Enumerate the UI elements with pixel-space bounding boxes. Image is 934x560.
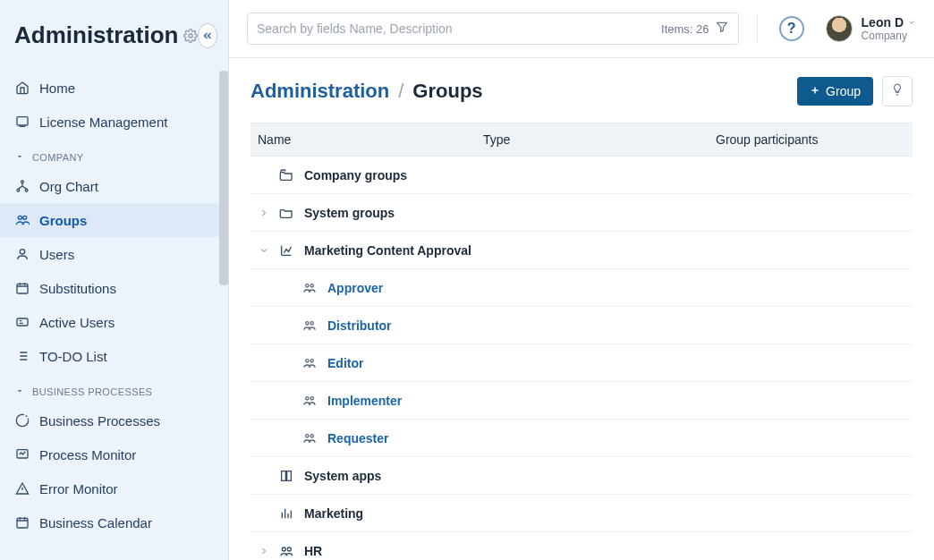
- monitor-icon: [14, 446, 30, 462]
- sidebar-item-orgchart[interactable]: Org Chart: [0, 169, 228, 203]
- tree-row-role-editor[interactable]: Editor: [250, 344, 913, 382]
- sidebar-item-license[interactable]: License Management: [0, 105, 228, 139]
- svg-point-4: [25, 189, 28, 191]
- tree-row-system-groups[interactable]: System groups: [250, 194, 913, 232]
- tree-row-company-groups[interactable]: Company groups: [250, 157, 913, 194]
- chevron-right-icon[interactable]: [256, 208, 272, 218]
- sidebar-title: Administration: [14, 21, 198, 49]
- help-button[interactable]: ?: [779, 16, 804, 41]
- chevron-down-icon: [14, 386, 27, 398]
- sidebar-scrollbar[interactable]: [219, 71, 228, 285]
- sidebar-item-groups[interactable]: Groups: [0, 203, 228, 237]
- svg-rect-1: [17, 117, 28, 125]
- sidebar-item-home[interactable]: Home: [0, 71, 228, 105]
- nav-section-company[interactable]: COMPANY: [0, 139, 228, 169]
- tree-row-role-implementer[interactable]: Implementer: [250, 382, 913, 420]
- nav-label: Users: [39, 247, 74, 262]
- tree-row-role-requester[interactable]: Requester: [250, 420, 913, 457]
- tree-label[interactable]: Distributor: [327, 318, 392, 333]
- sidebar-item-substitutions[interactable]: Substitutions: [0, 271, 228, 305]
- user-menu[interactable]: Leon D Company: [826, 15, 916, 42]
- nav-section-label: BUSINESS PROCESSES: [32, 386, 152, 397]
- breadcrumb-root[interactable]: Administration: [250, 80, 389, 103]
- tree-row-marketing[interactable]: Marketing: [250, 495, 913, 532]
- breadcrumb-current: Groups: [412, 80, 482, 103]
- chevron-down-icon: [14, 151, 27, 164]
- tree-row-role-distributor[interactable]: Distributor: [250, 307, 913, 344]
- process-icon: [14, 412, 30, 428]
- svg-point-16: [306, 359, 309, 361]
- nav-section-bp[interactable]: BUSINESS PROCESSES: [0, 373, 228, 403]
- gear-icon[interactable]: [183, 21, 198, 49]
- column-type[interactable]: Type: [483, 123, 716, 156]
- tree-label[interactable]: Approver: [327, 281, 383, 295]
- sidebar-item-process-monitor[interactable]: Process Monitor: [0, 437, 228, 471]
- groups-icon: [301, 431, 318, 445]
- svg-point-18: [306, 396, 309, 399]
- sidebar-item-business-calendar[interactable]: Business Calendar: [0, 505, 228, 539]
- sidebar-title-text: Administration: [14, 21, 178, 49]
- avatar: [826, 15, 853, 42]
- sidebar-item-error-monitor[interactable]: Error Monitor: [0, 471, 228, 505]
- tree-label[interactable]: Requester: [327, 431, 388, 445]
- svg-point-2: [21, 181, 24, 183]
- groups-icon: [301, 356, 318, 370]
- add-group-label: Group: [826, 84, 861, 98]
- svg-point-6: [23, 216, 27, 219]
- column-participants[interactable]: Group participants: [716, 123, 913, 156]
- hint-button[interactable]: [882, 76, 913, 106]
- svg-point-3: [17, 189, 20, 191]
- filter-icon[interactable]: [715, 20, 729, 38]
- user-name: Leon D: [862, 15, 904, 30]
- nav-label: Process Monitor: [39, 447, 136, 462]
- svg-rect-23: [287, 471, 292, 480]
- sidebar-item-business-processes[interactable]: Business Processes: [0, 403, 228, 437]
- add-group-button[interactable]: Group: [797, 77, 873, 106]
- sidebar-collapse-button[interactable]: [198, 23, 217, 48]
- svg-point-19: [310, 396, 313, 399]
- team-icon: [277, 544, 295, 558]
- nav-label: Substitutions: [39, 281, 116, 296]
- svg-point-25: [287, 547, 291, 551]
- help-icon: ?: [787, 21, 796, 37]
- lightbulb-icon: [891, 83, 904, 99]
- sidebar: Administration Home License Management: [0, 0, 229, 560]
- tree-row-system-apps[interactable]: System apps: [250, 457, 913, 495]
- tree-row-role-approver[interactable]: Approver: [250, 269, 913, 307]
- tree-label: Marketing Content Approval: [304, 243, 471, 258]
- groups-icon: [14, 212, 30, 228]
- svg-point-5: [18, 216, 21, 219]
- nav-label: Groups: [39, 213, 87, 228]
- tree-label: Company groups: [304, 168, 407, 182]
- license-icon: [14, 114, 30, 130]
- tree-label[interactable]: Editor: [327, 356, 363, 370]
- table-header: Name Type Group participants: [250, 123, 913, 157]
- chevron-down-icon[interactable]: [256, 245, 272, 256]
- user-icon: [14, 246, 30, 262]
- svg-rect-22: [282, 471, 286, 480]
- sidebar-item-active-users[interactable]: Active Users: [0, 305, 228, 339]
- sidebar-item-todo[interactable]: TO-DO List: [0, 339, 228, 373]
- items-count: Items: 26: [661, 22, 709, 36]
- search-input-wrap[interactable]: Items: 26: [247, 13, 739, 45]
- list-icon: [14, 348, 30, 364]
- svg-point-15: [310, 321, 313, 324]
- home-icon: [14, 80, 30, 96]
- search-input[interactable]: [257, 21, 661, 36]
- svg-point-14: [306, 321, 309, 324]
- tree-row-hr[interactable]: HR: [250, 532, 913, 560]
- nav-label: Error Monitor: [39, 481, 118, 496]
- svg-point-12: [306, 284, 309, 286]
- sidebar-item-users[interactable]: Users: [0, 237, 228, 271]
- tree-row-marketing-approval[interactable]: Marketing Content Approval: [250, 232, 913, 269]
- tree-label: Marketing: [304, 506, 363, 521]
- svg-point-17: [310, 359, 313, 361]
- svg-point-0: [189, 34, 192, 38]
- orgchart-icon: [14, 178, 30, 194]
- chevron-right-icon[interactable]: [256, 546, 272, 556]
- tree-label[interactable]: Implementer: [327, 394, 402, 408]
- column-name[interactable]: Name: [250, 123, 483, 156]
- calendar-icon: [14, 280, 30, 296]
- bar-chart-icon: [277, 506, 295, 521]
- tree-label: HR: [304, 544, 322, 558]
